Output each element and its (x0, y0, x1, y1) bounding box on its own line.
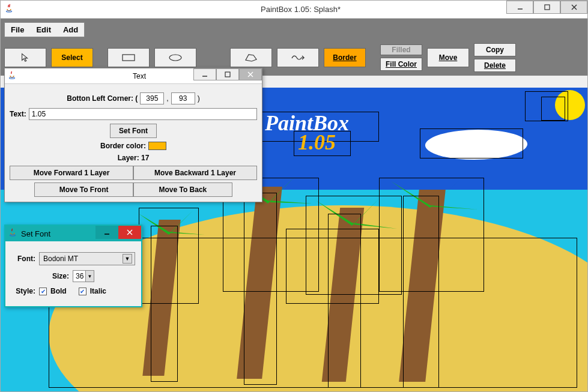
move-forward-layer-button[interactable]: Move Forward 1 Layer (10, 166, 133, 180)
size-select[interactable]: 36 ▼ (73, 270, 94, 282)
font-dialog-titlebar[interactable]: Set Font (5, 226, 141, 241)
svg-point-0 (6, 10, 12, 11)
text-dialog-close[interactable] (239, 68, 262, 80)
italic-label: Italic (90, 287, 106, 295)
copy-button[interactable]: Copy (474, 43, 516, 56)
window-title: PaintBox 1.05: Splash* (14, 5, 587, 14)
layer-label: Layer: 17 (118, 154, 150, 162)
svg-point-6 (169, 55, 181, 61)
main-titlebar: PaintBox 1.05: Splash* (1, 1, 587, 19)
font-label: Font: (11, 255, 35, 263)
text-dialog-body: Botton Left Corner: ( , ) Text: Set Font… (5, 84, 262, 202)
set-font-button[interactable]: Set Font (110, 124, 157, 138)
svg-rect-5 (123, 55, 135, 61)
svg-rect-9 (225, 72, 230, 77)
text-value-input[interactable] (29, 108, 257, 120)
svg-point-7 (9, 77, 15, 78)
text-dialog-controls (193, 68, 262, 80)
italic-checkbox[interactable]: ✔ (79, 288, 86, 295)
canvas-text-version: 1.05 (298, 130, 336, 155)
arrow-tool-button[interactable] (4, 48, 46, 67)
font-select[interactable]: Bodoni MT ▼ (39, 252, 135, 265)
selection-box (420, 128, 523, 158)
chevron-down-icon: ▼ (85, 271, 94, 282)
font-dialog: Set Font Font: Bodoni MT ▼ Size: 36 ▼ St… (4, 225, 142, 307)
filled-button[interactable]: Filled (380, 44, 422, 55)
selection-box (541, 97, 565, 121)
java-icon (8, 228, 17, 240)
border-color-label: Border color: (100, 142, 146, 150)
move-button[interactable]: Move (427, 48, 469, 67)
font-select-value: Bodoni MT (43, 255, 78, 263)
corner-comma: , (166, 94, 168, 103)
font-dialog-title: Set Font (21, 229, 50, 238)
menubar: File Edit Add (4, 22, 85, 37)
move-to-back-button[interactable]: Move To Back (133, 182, 232, 197)
toolbar-area: File Edit Add Select Border (1, 19, 587, 76)
font-dialog-minimize[interactable] (95, 226, 118, 239)
java-icon (7, 70, 17, 82)
select-tool-button[interactable]: Select (51, 48, 93, 67)
oval-tool-button[interactable] (154, 48, 196, 67)
border-button[interactable]: Border (324, 48, 366, 67)
fill-color-button[interactable]: Fill Color (380, 58, 422, 71)
text-field-label: Text: (10, 110, 26, 118)
size-value: 36 (76, 272, 83, 280)
text-dialog: Text Botton Left Corner: ( , ) Text: Set… (4, 68, 262, 202)
window-controls (506, 1, 587, 14)
close-button[interactable] (560, 1, 587, 14)
corner-label: Botton Left Corner: ( (67, 94, 138, 103)
freehand-tool-button[interactable] (277, 48, 319, 67)
maximize-button[interactable] (533, 1, 560, 14)
corner-paren: ) (198, 94, 200, 103)
menu-file[interactable]: File (5, 23, 30, 37)
text-dialog-maximize[interactable] (216, 68, 239, 80)
corner-x-input[interactable] (140, 92, 164, 104)
bold-checkbox[interactable]: ✔ (39, 288, 47, 295)
menu-add[interactable]: Add (57, 23, 84, 37)
font-dialog-close[interactable] (118, 226, 141, 239)
border-color-swatch[interactable] (148, 142, 166, 150)
style-label: Style: (11, 287, 35, 295)
polygon-tool-button[interactable] (230, 48, 272, 67)
svg-point-12 (10, 235, 16, 236)
svg-rect-2 (545, 5, 550, 10)
font-dialog-body: Font: Bodoni MT ▼ Size: 36 ▼ Style: ✔ Bo… (5, 241, 141, 306)
move-to-front-button[interactable]: Move To Front (34, 182, 133, 197)
chevron-down-icon: ▼ (123, 254, 132, 264)
text-dialog-titlebar[interactable]: Text (5, 68, 262, 84)
delete-button[interactable]: Delete (474, 59, 516, 72)
bold-label: Bold (50, 287, 67, 295)
minimize-button[interactable] (506, 1, 533, 14)
font-dialog-controls (95, 226, 141, 239)
move-backward-layer-button[interactable]: Move Backward 1 Layer (133, 166, 257, 180)
menu-edit[interactable]: Edit (30, 23, 57, 37)
java-icon (4, 4, 14, 16)
text-dialog-minimize[interactable] (193, 68, 216, 80)
size-label: Size: (52, 272, 69, 280)
rectangle-tool-button[interactable] (108, 48, 150, 67)
corner-y-input[interactable] (171, 92, 195, 104)
